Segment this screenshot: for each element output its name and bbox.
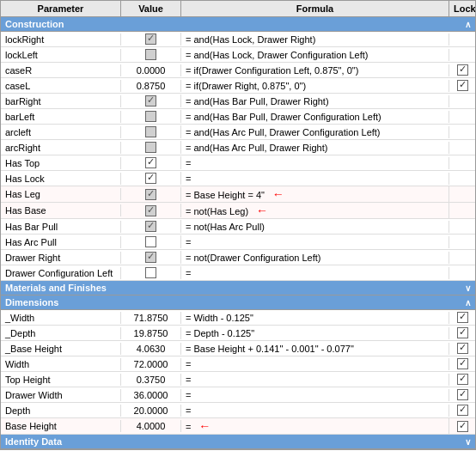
checkbox[interactable] [145,173,156,184]
section-chevron-materials[interactable]: ∨ [465,283,471,293]
formula-cell: = and(Has Arc Pull, Drawer Right) [181,142,449,154]
lock-checkbox[interactable] [457,374,468,385]
lock-cell [449,131,475,133]
value-cell[interactable] [121,204,181,217]
checkbox[interactable] [145,267,156,278]
lock-checkbox[interactable] [457,421,468,432]
lock-cell[interactable] [449,404,475,417]
param-cell: Has Bar Pull [1,221,121,233]
param-cell: Drawer Width [1,389,121,401]
table-row: Drawer Width36.0000= [1,387,475,403]
section-header-materials[interactable]: Materials and Finishes∨ [1,281,475,295]
formula-cell: = [181,389,449,401]
lock-checkbox[interactable] [457,80,468,91]
table-row: lockRight= and(Has Lock, Drawer Right) [1,32,475,47]
param-cell: arcleft [1,126,121,138]
value-cell[interactable] [121,251,181,265]
checkbox[interactable] [145,34,156,45]
checkbox[interactable] [145,205,156,216]
table-row: Has Base= not(Has Leg) ← [1,203,475,219]
checkbox[interactable] [145,142,156,153]
lock-checkbox[interactable] [457,64,468,76]
lock-cell [449,178,475,180]
table-row: Base Height4.0000= ← [1,418,475,435]
value-cell: 4.0630 [121,343,181,355]
checkbox[interactable] [145,189,156,200]
header-value: Value [121,1,181,16]
param-cell: caseL [1,80,121,92]
lock-checkbox[interactable] [457,358,468,369]
lock-cell[interactable] [449,388,475,402]
lock-cell[interactable] [449,64,475,77]
table-row: Drawer Right= not(Drawer Configuration L… [1,250,475,265]
param-cell: barRight [1,95,121,107]
formula-cell: = and(Has Bar Pull, Drawer Right) [181,95,449,107]
value-cell[interactable] [121,266,181,280]
checkbox[interactable] [145,126,156,137]
formula-cell: = [181,236,449,248]
param-cell: Depth [1,405,121,417]
formula-cell: = not(Has Arc Pull) [181,221,449,233]
checkbox[interactable] [145,95,156,107]
value-cell[interactable] [121,187,181,201]
lock-checkbox[interactable] [457,327,468,338]
formula-cell: = ← [181,418,449,434]
lock-cell[interactable] [449,79,475,93]
checkbox[interactable] [145,252,156,263]
table-row: Width72.0000= [1,356,475,372]
section-label-materials: Materials and Finishes [5,283,107,293]
formula-cell: = not(Drawer Configuration Left) [181,252,449,264]
value-cell: 0.8750 [121,80,181,92]
lock-cell [449,54,475,56]
lock-cell[interactable] [449,419,475,433]
lock-cell[interactable] [449,373,475,387]
section-chevron-identity[interactable]: ∨ [465,437,471,447]
lock-checkbox[interactable] [457,389,468,400]
lock-cell[interactable] [449,342,475,356]
table-row: _Base Height4.0630= Base Height + 0.141"… [1,341,475,356]
value-cell[interactable] [121,125,181,139]
checkbox[interactable] [145,111,156,122]
value-cell[interactable] [121,48,181,62]
section-label-dimensions: Dimensions [5,297,58,308]
param-cell: Has Arc Pull [1,236,121,248]
section-header-dimensions[interactable]: Dimensions∧ [1,295,475,310]
table-body: Construction∧lockRight= and(Has Lock, Dr… [1,17,475,449]
table-row: caseR0.0000= if(Drawer Configuration Lef… [1,63,475,78]
checkbox[interactable] [145,236,156,247]
checkbox[interactable] [145,49,156,60]
value-cell[interactable] [121,220,181,234]
value-cell[interactable] [121,33,181,46]
lock-cell[interactable] [449,357,475,371]
value-cell[interactable] [121,156,181,170]
value-cell[interactable] [121,94,181,108]
section-chevron-construction[interactable]: ∧ [465,20,471,29]
param-cell: Has Base [1,204,121,216]
value-cell[interactable] [121,172,181,186]
param-cell: Width [1,358,121,370]
value-cell[interactable] [121,235,181,249]
checkbox[interactable] [145,157,156,168]
lock-cell [449,116,475,118]
section-header-identity[interactable]: Identity Data∨ [1,435,475,449]
table-row: _Width71.8750= Width - 0.125" [1,310,475,326]
param-cell: _Width [1,312,121,324]
lock-cell[interactable] [449,311,475,325]
lock-cell[interactable] [449,326,475,340]
table-row: caseL0.8750= if(Drawer Right, 0.875", 0"… [1,78,475,94]
formula-text: = [186,422,191,432]
section-chevron-dimensions[interactable]: ∧ [465,298,471,308]
lock-checkbox[interactable] [457,343,468,354]
value-cell[interactable] [121,110,181,124]
lock-checkbox[interactable] [457,405,468,416]
table-row: _Depth19.8750= Depth - 0.125" [1,326,475,341]
header-parameter: Parameter [1,1,121,16]
lock-cell [449,147,475,149]
value-cell[interactable] [121,141,181,155]
section-header-construction[interactable]: Construction∧ [1,17,475,32]
table-row: Has Bar Pull= not(Has Arc Pull) [1,219,475,235]
checkbox[interactable] [145,221,156,232]
lock-checkbox[interactable] [457,312,468,323]
formula-cell: = [181,374,449,386]
value-cell: 71.8750 [121,312,181,324]
